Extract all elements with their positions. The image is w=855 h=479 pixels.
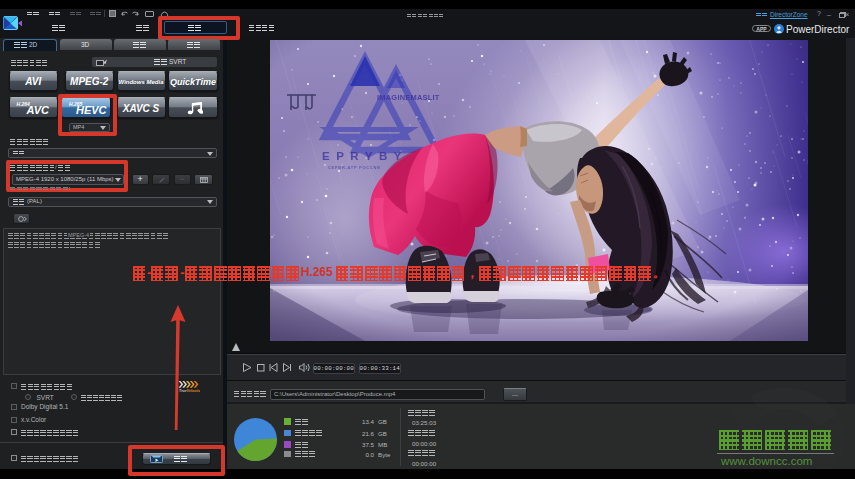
svg-text:EPRYBY: EPRYBY xyxy=(322,150,408,162)
svg-text:IMAGINEMASLIT: IMAGINEMASLIT xyxy=(377,93,440,102)
svg-text:CEPBR-ATP POCCNN: CEPBR-ATP POCCNN xyxy=(328,165,381,170)
